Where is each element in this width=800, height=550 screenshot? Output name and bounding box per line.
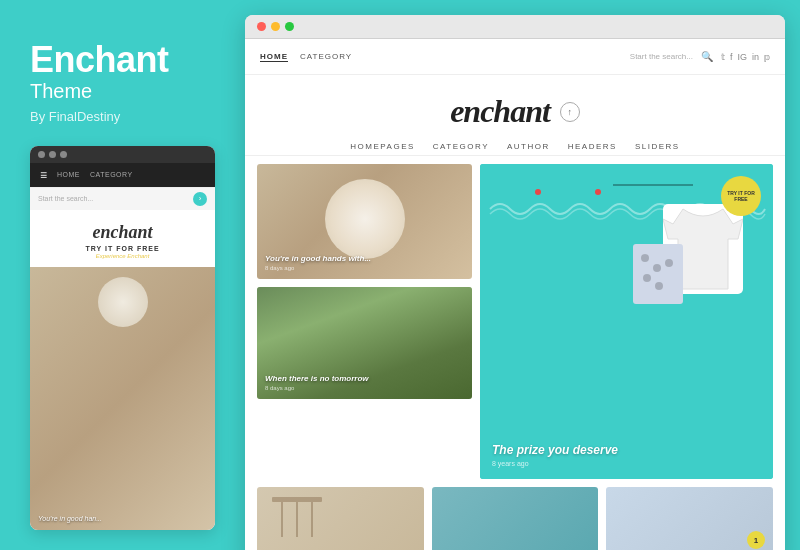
browser-close-dot	[257, 22, 266, 31]
menu-headers[interactable]: HEADERS	[568, 142, 617, 151]
right-panel: HOME CATEGORY Start the search... 🔍 𝕥 f …	[245, 15, 785, 550]
red-dot-1	[535, 189, 541, 195]
mini-post-bg: You're in good han...	[30, 267, 215, 530]
mini-search-placeholder: Start the search...	[38, 195, 193, 202]
hanger-decoration	[613, 184, 693, 186]
site-search-placeholder: Start the search...	[630, 52, 693, 61]
browser-maximize-dot	[285, 22, 294, 31]
bottom-post-1-decoration	[267, 487, 327, 550]
menu-author[interactable]: AUTHOR	[507, 142, 550, 151]
mini-nav-category[interactable]: CATEGORY	[90, 171, 133, 178]
post-1-title: You're in good hands with...	[265, 254, 464, 263]
mini-search-bar: Start the search... ›	[30, 187, 215, 210]
mini-plate-decoration	[98, 277, 148, 327]
site-logo-badge: ↑	[560, 102, 580, 122]
bottom-post-1[interactable]	[257, 487, 424, 550]
menu-sliders[interactable]: SLIDERS	[635, 142, 680, 151]
plate-decoration	[325, 179, 405, 259]
mini-nav: ≡ HOME CATEGORY	[30, 163, 215, 187]
red-dot-2	[595, 189, 601, 195]
site-menu-bar: HOMEPAGES CATEGORY AUTHOR HEADERS SLIDER…	[245, 138, 785, 156]
post-1-overlay: You're in good hands with... 8 days ago	[265, 254, 464, 271]
post-item-large[interactable]: TRY IT FOR FREE The prize you deserve 8 …	[480, 164, 773, 479]
bottom-post-badge: 1	[747, 531, 765, 549]
browser-minimize-dot	[271, 22, 280, 31]
site-search-area: Start the search... 🔍	[630, 51, 713, 62]
brand-title: Enchant	[30, 40, 215, 80]
site-nav-home[interactable]: HOME	[260, 52, 288, 62]
browser-chrome	[245, 15, 785, 39]
post-2-date: 8 days ago	[265, 385, 464, 391]
mini-browser-bar	[30, 146, 215, 163]
mini-logo: enchant	[38, 222, 207, 243]
site-social-icons: 𝕥 f IG in 𝕡	[721, 52, 770, 62]
mini-try-button[interactable]: TRY IT FOR FREE	[38, 245, 207, 252]
bottom-post-3[interactable]: 1	[606, 487, 773, 550]
mini-experience-text: Experience Enchant	[38, 253, 207, 259]
post-2-title: When there is no tomorrow	[265, 374, 464, 383]
mini-post-caption: You're in good han...	[38, 515, 102, 522]
left-panel: Enchant Theme By FinalDestiny ≡ HOME CAT…	[0, 0, 245, 550]
mini-search-button[interactable]: ›	[193, 192, 207, 206]
mini-logo-area: enchant TRY IT FOR FREE Experience Encha…	[30, 210, 215, 267]
mini-preview: ≡ HOME CATEGORY Start the search... › en…	[30, 146, 215, 530]
site-navigation: HOME CATEGORY Start the search... 🔍 𝕥 f …	[245, 39, 785, 75]
post-1-date: 8 days ago	[265, 265, 464, 271]
post-item-1[interactable]: You're in good hands with... 8 days ago	[257, 164, 472, 279]
site-logo: enchant	[450, 93, 550, 130]
pinterest-icon[interactable]: 𝕡	[764, 52, 770, 62]
post-large-background: TRY IT FOR FREE The prize you deserve 8 …	[480, 164, 773, 479]
site-nav-category[interactable]: CATEGORY	[300, 52, 352, 62]
twitter-icon[interactable]: 𝕥	[721, 52, 725, 62]
posts-grid: You're in good hands with... 8 days ago …	[245, 164, 785, 487]
post-2-overlay: When there is no tomorrow 8 days ago	[265, 374, 464, 391]
menu-homepages[interactable]: HOMEPAGES	[350, 142, 414, 151]
site-logo-area: enchant ↑	[245, 75, 785, 138]
try-free-label: TRY IT FOR FREE	[721, 190, 761, 202]
post-large-overlay: The prize you deserve 8 years ago	[492, 443, 761, 467]
mini-dot-2	[49, 151, 56, 158]
post-large-date: 8 years ago	[492, 460, 761, 467]
mini-nav-home[interactable]: HOME	[57, 171, 80, 178]
mini-post-image: You're in good han...	[30, 267, 215, 530]
menu-category[interactable]: CATEGORY	[433, 142, 489, 151]
instagram-icon[interactable]: IG	[737, 52, 747, 62]
post-column-left: You're in good hands with... 8 days ago …	[257, 164, 472, 479]
mini-hamburger-icon[interactable]: ≡	[40, 168, 47, 182]
try-free-badge[interactable]: TRY IT FOR FREE	[721, 176, 761, 216]
website-preview: HOME CATEGORY Start the search... 🔍 𝕥 f …	[245, 39, 785, 550]
brand-author: By FinalDestiny	[30, 109, 215, 124]
bottom-post-2[interactable]	[432, 487, 599, 550]
site-nav-links: HOME CATEGORY	[260, 52, 630, 62]
mini-dot-1	[38, 151, 45, 158]
facebook-icon[interactable]: f	[730, 52, 733, 62]
brand-subtitle: Theme	[30, 80, 215, 103]
mini-dot-3	[60, 151, 67, 158]
bottom-posts-row: 1	[245, 487, 785, 550]
search-icon[interactable]: 🔍	[701, 51, 713, 62]
spotted-cloth-decoration	[633, 244, 683, 304]
post-large-title: The prize you deserve	[492, 443, 761, 457]
post-item-2[interactable]: When there is no tomorrow 8 days ago	[257, 287, 472, 399]
linkedin-icon[interactable]: in	[752, 52, 759, 62]
